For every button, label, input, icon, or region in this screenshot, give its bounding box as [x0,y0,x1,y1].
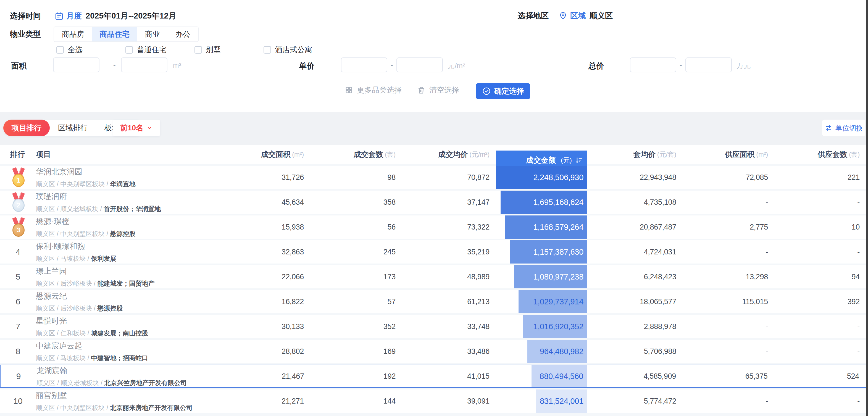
segment-commercial[interactable]: 商业 [137,27,168,41]
checkbox-box[interactable] [125,46,133,54]
deal-area-value: 31,726 [249,166,304,189]
deal-area-value: 30,133 [249,315,304,338]
checkbox-select-all[interactable]: 全选 [56,45,83,55]
rank-cell: 3 [10,216,36,239]
deal-area-value: 45,634 [249,191,304,214]
confirm-selection-button[interactable]: 确定选择 [476,83,530,99]
project-cell[interactable]: 华润北京润园顺义区 / 中央别墅区板块 / 华润置地 [36,166,249,189]
header-deal-units[interactable]: 成交套数(套) [304,150,396,159]
table-row[interactable]: 8中建宸庐云起顺义区 / 马坡板块 / 中建智地；招商蛇口28,80216933… [0,340,868,363]
supply-units-value: - [768,315,860,338]
project-developer: 保利发展 [91,255,116,262]
total-price-max-input[interactable] [685,58,732,72]
clear-selection-button[interactable]: 清空选择 [417,85,459,95]
header-avg-per-unit[interactable]: 套均价(元/套) [587,150,676,159]
deal-amount-bar-area: 831,524,001 [496,389,587,413]
avg-per-unit-value: 18,065,577 [587,290,676,313]
project-info: 丽宫别墅顺义区 / 中央别墅区板块 / 北京丽来房地产开发有限公司 [36,390,192,412]
project-name[interactable]: 保利·颐璟和煦 [36,241,116,252]
project-cell[interactable]: 丽宫别墅顺义区 / 中央别墅区板块 / 北京丽来房地产开发有限公司 [36,389,249,413]
deal-area-value: 32,863 [249,240,304,263]
supply-area-value: - [676,240,768,263]
project-cell[interactable]: 璟上兰园顺义区 / 后沙峪板块 / 能建城发；国贸地产 [36,265,249,288]
supply-area-value: 2,775 [676,216,768,239]
project-subline: 顺义区 / 中央别墅区板块 / 华润置地 [36,180,135,188]
project-subline: 顺义区 / 仁和板块 / 城建发展；南山控股 [36,329,148,338]
region-value[interactable]: 顺义区 [590,10,613,21]
header-supply-area[interactable]: 供应面积(m²) [676,150,768,159]
area-max-input[interactable] [121,58,167,72]
deal-units-value: 173 [304,265,396,288]
table-row[interactable]: 4保利·颐璟和煦顺义区 / 马坡板块 / 保利发展32,86324535,219… [0,240,868,263]
region-scope-link[interactable]: 区域 [570,10,586,21]
deal-amount-bar-area: 1,157,387,630 [496,240,587,263]
project-cell[interactable]: 保利·颐璟和煦顺义区 / 马坡板块 / 保利发展 [36,240,249,263]
total-price-min-input[interactable] [630,58,676,72]
project-developer: 北京兴竺房地产开发有限公司 [104,379,187,386]
unit-price-min-input[interactable] [341,58,387,72]
project-cell[interactable]: 懋源云纪顺义区 / 后沙峪板块 / 懋源控股 [36,290,249,313]
unit-price-range-label: 单价 [299,61,314,71]
area-min-input[interactable] [53,58,99,72]
tab-district-ranking[interactable]: 区域排行 [50,123,96,133]
project-name[interactable]: 中建宸庐云起 [36,341,148,351]
range-dash: - [113,61,116,69]
header-deal-area[interactable]: 成交面积(m²) [249,150,304,159]
header-supply-units[interactable]: 供应套数(套) [768,150,860,159]
project-cell[interactable]: 龙湖宸翰顺义区 / 顺义老城板块 / 北京兴竺房地产开发有限公司 [36,365,249,387]
project-developer: 首开股份；华润置地 [103,205,161,213]
table-row[interactable]: 7星悦时光顺义区 / 仁和板块 / 城建发展；南山控股30,13335233,7… [0,315,868,338]
checkbox-box[interactable] [56,46,64,54]
segment-commodity-housing[interactable]: 商品房 [54,27,92,41]
table-row[interactable]: 6懋源云纪顺义区 / 后沙峪板块 / 懋源控股16,8225761,2131,0… [0,290,868,313]
checkbox-box[interactable] [264,46,271,54]
total-price-range-label: 总价 [588,61,604,71]
supply-area-value: - [676,315,768,338]
deal-amount-bar: 1,080,977,238 [514,265,587,288]
time-range-value[interactable]: 2025年01月--2025年12月 [86,10,177,22]
unit-price-max-input[interactable] [396,58,443,72]
project-name[interactable]: 龙湖宸翰 [36,365,187,376]
page: 选择时间 月度 2025年01月--2025年12月 选择地区 区域 顺义区 物… [0,0,868,416]
deal-avg-price-value: 41,015 [396,365,490,387]
table-row[interactable]: 9龙湖宸翰顺义区 / 顺义老城板块 / 北京兴竺房地产开发有限公司21,4671… [0,364,868,388]
project-name[interactable]: 丽宫别墅 [36,390,192,401]
deal-avg-price-value: 61,213 [396,290,490,313]
project-cell[interactable]: 星悦时光顺义区 / 仁和板块 / 城建发展；南山控股 [36,315,249,338]
rank-number: 6 [10,297,26,306]
project-cell[interactable]: 懋源·璟樘顺义区 / 中央别墅区板块 / 懋源控股 [36,216,249,239]
table-row[interactable]: 2璞瑅润府顺义区 / 顺义老城板块 / 首开股份；华润置地45,63435837… [0,191,868,214]
project-cell[interactable]: 中建宸庐云起顺义区 / 马坡板块 / 中建智地；招商蛇口 [36,340,249,363]
checkbox-villa[interactable]: 别墅 [194,45,221,55]
table-row[interactable]: 5璟上兰园顺义区 / 后沙峪板块 / 能建城发；国贸地产22,06617348,… [0,265,868,288]
unit-switch-button[interactable]: 单位切换 [822,120,865,136]
table-row[interactable]: 10丽宫别墅顺义区 / 中央别墅区板块 / 北京丽来房地产开发有限公司21,27… [0,389,868,413]
project-subline: 顺义区 / 顺义老城板块 / 北京兴竺房地产开发有限公司 [36,379,187,387]
checkbox-serviced-apartment[interactable]: 酒店式公寓 [264,45,312,55]
segment-commodity-residential[interactable]: 商品住宅 [92,27,137,41]
header-deal-avg-price[interactable]: 成交均价(元/m²) [396,150,490,159]
project-name[interactable]: 星悦时光 [36,316,148,326]
project-cell[interactable]: 璞瑅润府顺义区 / 顺义老城板块 / 首开股份；华润置地 [36,191,249,214]
table-row[interactable]: 1华润北京润园顺义区 / 中央别墅区板块 / 华润置地31,7269870,87… [0,166,868,189]
project-name[interactable]: 璟上兰园 [36,266,154,277]
project-name[interactable]: 懋源·璟樘 [36,216,135,227]
supply-units-value: - [768,389,860,413]
project-name[interactable]: 璞瑅润府 [36,191,161,202]
checkbox-box[interactable] [194,46,202,54]
medal-rank-1-icon: 1 [10,168,27,187]
grid-icon [345,86,353,94]
table-row[interactable]: 3懋源·璟樘顺义区 / 中央别墅区板块 / 懋源控股15,9385673,322… [0,216,868,239]
more-categories-button[interactable]: 更多品类选择 [345,85,402,95]
project-name[interactable]: 懋源云纪 [36,291,123,301]
segment-office[interactable]: 办公 [168,27,198,41]
time-mode-link[interactable]: 月度 [66,11,82,21]
top-n-dropdown[interactable]: 前10名 [113,120,160,136]
table-body: 1华润北京润园顺义区 / 中央别墅区板块 / 华润置地31,7269870,87… [0,166,868,413]
project-subline: 顺义区 / 马坡板块 / 中建智地；招商蛇口 [36,354,148,362]
property-type-label: 物业类型 [10,29,54,39]
project-name[interactable]: 华润北京润园 [36,166,135,177]
deal-avg-price-value: 33,748 [396,315,490,338]
checkbox-ordinary-residence[interactable]: 普通住宅 [125,45,166,55]
tab-project-ranking[interactable]: 项目排行 [3,120,50,136]
